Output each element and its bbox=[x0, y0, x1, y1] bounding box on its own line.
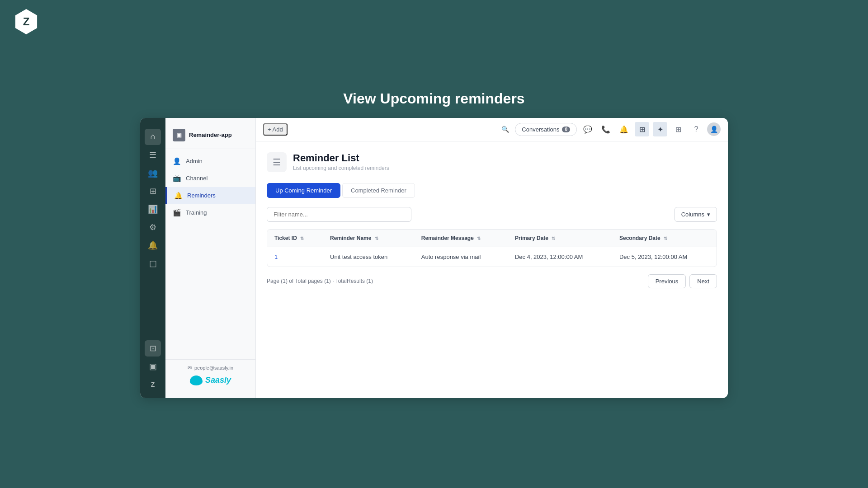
grid-icon-button[interactable]: ⊞ bbox=[635, 122, 649, 136]
sidebar-icon-apps[interactable]: ⊡ bbox=[145, 340, 161, 357]
reminder-list-subtitle: List upcoming and completed reminders bbox=[293, 165, 389, 171]
sidebar-icon-contacts[interactable]: 👥 bbox=[145, 165, 161, 181]
reminder-list-title: Reminder List bbox=[293, 152, 389, 164]
pagination-buttons: Previous Next bbox=[648, 274, 717, 288]
sidebar-icon-box[interactable]: ◫ bbox=[145, 255, 161, 272]
reminders-table: Ticket ID ⇅ Reminder Name ⇅ Remainder Me… bbox=[267, 229, 717, 267]
table: Ticket ID ⇅ Reminder Name ⇅ Remainder Me… bbox=[267, 230, 717, 267]
user-avatar-button[interactable]: 👤 bbox=[707, 122, 721, 136]
sidebar-item-admin[interactable]: 👤 Admin bbox=[165, 153, 255, 170]
previous-button[interactable]: Previous bbox=[648, 274, 686, 288]
col-reminder-message: Remainder Message ⇅ bbox=[414, 230, 508, 247]
sidebar-item-channel[interactable]: 📺 Channel bbox=[165, 170, 255, 187]
sort-secondary-date[interactable]: ⇅ bbox=[664, 236, 667, 241]
col-reminder-name: Reminder Name ⇅ bbox=[323, 230, 414, 247]
cell-reminder-message: Auto response via mail bbox=[414, 247, 508, 267]
sidebar-icon-chart[interactable]: 📊 bbox=[145, 201, 161, 217]
sort-reminder-name[interactable]: ⇅ bbox=[375, 236, 378, 241]
training-label: Training bbox=[186, 209, 207, 216]
zendesk-logo: Z bbox=[14, 9, 39, 34]
pagination-row: Page (1) of Total pages (1) · TotalResul… bbox=[267, 274, 717, 288]
channel-label: Channel bbox=[186, 175, 208, 182]
topbar: + Add 🔍 Conversations 0 💬 📞 🔔 ⊞ ✦ ⊞ ? 👤 bbox=[256, 118, 728, 141]
tab-upcoming[interactable]: Up Coming Reminder bbox=[267, 183, 340, 198]
saasly-brand: Saasly bbox=[205, 375, 231, 385]
filter-input[interactable] bbox=[267, 207, 411, 222]
tabs-row: Up Coming Reminder Completed Reminder bbox=[267, 183, 717, 198]
search-button[interactable]: 🔍 bbox=[499, 123, 511, 136]
next-button[interactable]: Next bbox=[689, 274, 717, 288]
sort-primary-date[interactable]: ⇅ bbox=[552, 236, 555, 241]
view-toggle-button[interactable]: ⊞ bbox=[671, 122, 685, 136]
sidebar-icon-grid[interactable]: ⊞ bbox=[145, 183, 161, 199]
sidebar-icon-frame[interactable]: ▣ bbox=[145, 358, 161, 375]
add-button[interactable]: + Add bbox=[263, 123, 288, 136]
tab-completed[interactable]: Completed Reminder bbox=[342, 183, 415, 198]
phone-icon-button[interactable]: 📞 bbox=[599, 122, 613, 136]
sidebar-footer: ✉ people@saasly.in Saasly bbox=[165, 359, 255, 391]
reminder-list-icon: ☰ bbox=[267, 152, 287, 172]
main-content: + Add 🔍 Conversations 0 💬 📞 🔔 ⊞ ✦ ⊞ ? 👤 … bbox=[256, 118, 728, 398]
col-secondary-date: Secondary Date ⇅ bbox=[612, 230, 717, 247]
saasly-logo: Saasly bbox=[190, 375, 231, 385]
table-row: 1 Unit test access token Auto response v… bbox=[267, 247, 717, 267]
content-area: ☰ Reminder List List upcoming and comple… bbox=[256, 141, 728, 398]
email-row: ✉ people@saasly.in bbox=[188, 365, 233, 371]
ticket-id-link[interactable]: 1 bbox=[274, 253, 278, 260]
col-primary-date: Primary Date ⇅ bbox=[508, 230, 612, 247]
reminders-icon: 🔔 bbox=[174, 192, 183, 200]
channel-icon: 📺 bbox=[173, 174, 181, 183]
page-title: View Upcoming reminders bbox=[343, 90, 524, 107]
sidebar-dark: ⌂ ☰ 👥 ⊞ 📊 ⚙ 🔔 ◫ ⊡ ▣ Z bbox=[140, 118, 165, 398]
columns-chevron: ▾ bbox=[707, 211, 710, 218]
email-icon: ✉ bbox=[188, 365, 192, 371]
app-name: Remainder-app bbox=[189, 131, 232, 138]
sidebar-item-training[interactable]: 🎬 Training bbox=[165, 204, 255, 221]
columns-label: Columns bbox=[681, 211, 704, 218]
footer-email: people@saasly.in bbox=[194, 365, 233, 371]
pagination-info: Page (1) of Total pages (1) · TotalResul… bbox=[267, 278, 373, 284]
admin-icon: 👤 bbox=[173, 157, 181, 165]
reminders-label: Reminders bbox=[187, 192, 216, 199]
saasly-cloud-icon bbox=[190, 375, 203, 385]
sort-reminder-message[interactable]: ⇅ bbox=[477, 236, 481, 241]
cell-ticket-id: 1 bbox=[267, 247, 323, 267]
help-icon-button[interactable]: ? bbox=[689, 122, 703, 136]
col-ticket-id: Ticket ID ⇅ bbox=[267, 230, 323, 247]
list-icon: ☰ bbox=[273, 157, 281, 168]
conversations-badge: 0 bbox=[562, 127, 570, 132]
sidebar-icon-bell[interactable]: 🔔 bbox=[145, 237, 161, 253]
main-container: ⌂ ☰ 👥 ⊞ 📊 ⚙ 🔔 ◫ ⊡ ▣ Z ▣ Remainder-app 👤 … bbox=[140, 118, 728, 398]
sidebar-icon-home[interactable]: ⌂ bbox=[145, 129, 161, 145]
filter-row: Columns ▾ bbox=[267, 207, 717, 222]
sidebar-light: ▣ Remainder-app 👤 Admin 📺 Channel 🔔 Remi… bbox=[165, 118, 256, 398]
admin-label: Admin bbox=[186, 158, 203, 164]
sidebar-icon-zendesk[interactable]: Z bbox=[145, 376, 161, 393]
sidebar-item-reminders[interactable]: 🔔 Reminders bbox=[165, 187, 255, 204]
conversations-button[interactable]: Conversations 0 bbox=[515, 123, 577, 136]
sort-ticket-id[interactable]: ⇅ bbox=[300, 236, 304, 241]
bell-icon-button[interactable]: 🔔 bbox=[617, 122, 631, 136]
sidebar-icon-settings[interactable]: ⚙ bbox=[145, 219, 161, 235]
table-header-row: Ticket ID ⇅ Reminder Name ⇅ Remainder Me… bbox=[267, 230, 717, 247]
app-header: ▣ Remainder-app bbox=[165, 125, 255, 149]
app-icon: ▣ bbox=[173, 129, 185, 141]
columns-button[interactable]: Columns ▾ bbox=[675, 207, 717, 222]
logo-letter: Z bbox=[23, 15, 30, 28]
reminder-title-group: Reminder List List upcoming and complete… bbox=[293, 152, 389, 171]
chat-icon-button[interactable]: 💬 bbox=[580, 122, 595, 136]
training-icon: 🎬 bbox=[173, 209, 181, 217]
cell-primary-date: Dec 4, 2023, 12:00:00 AM bbox=[508, 247, 612, 267]
cell-secondary-date: Dec 5, 2023, 12:00:00 AM bbox=[612, 247, 717, 267]
sidebar-icon-inbox[interactable]: ☰ bbox=[145, 147, 161, 163]
apps-icon-button[interactable]: ✦ bbox=[653, 122, 667, 136]
cell-reminder-name: Unit test access token bbox=[323, 247, 414, 267]
conversations-label: Conversations bbox=[522, 126, 559, 133]
reminder-header: ☰ Reminder List List upcoming and comple… bbox=[267, 152, 717, 172]
